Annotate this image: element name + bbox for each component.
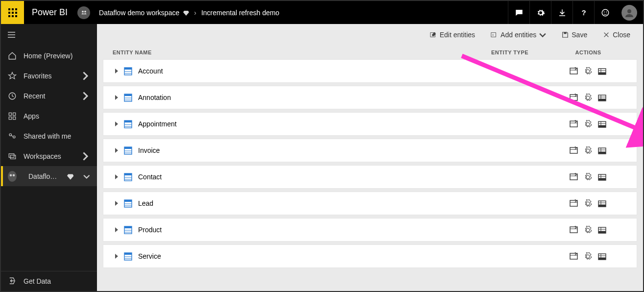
svg-rect-8	[15, 15, 17, 17]
svg-rect-21	[13, 113, 16, 115]
sidebar-toggle[interactable]	[1, 24, 97, 46]
svg-rect-23	[13, 117, 16, 119]
expand-triangle-icon[interactable]	[115, 95, 118, 100]
entity-properties-button[interactable]	[570, 173, 578, 181]
incremental-refresh-button[interactable]	[598, 120, 606, 128]
entity-actions	[549, 120, 627, 128]
entity-row[interactable]: Lead	[103, 192, 637, 215]
entity-settings-button[interactable]	[584, 226, 592, 234]
breadcrumb-workspace[interactable]: Dataflow demo workspace	[77, 6, 189, 19]
sidebar-item-apps[interactable]: Apps	[1, 106, 97, 126]
incremental-refresh-button[interactable]	[598, 252, 606, 261]
incremental-refresh-button[interactable]	[598, 67, 606, 75]
premium-diamond-icon	[183, 10, 189, 16]
breadcrumb-item[interactable]: Incremental refresh demo	[201, 9, 280, 17]
expand-triangle-icon[interactable]	[115, 254, 118, 259]
sidebar-item-favorites[interactable]: Favorites	[1, 66, 97, 86]
svg-rect-22	[9, 117, 11, 119]
expand-triangle-icon[interactable]	[115, 122, 118, 126]
entity-settings-button[interactable]	[584, 146, 592, 155]
workspace-icon	[77, 6, 90, 19]
svg-rect-33	[564, 32, 567, 34]
entity-name-cell: Lead	[113, 199, 470, 208]
close-button[interactable]: Close	[603, 31, 630, 39]
entity-settings-button[interactable]	[584, 120, 592, 128]
entity-properties-button[interactable]	[570, 67, 578, 75]
entity-list: Account Annotation Appointment	[103, 59, 637, 268]
user-avatar[interactable]	[621, 5, 637, 21]
incremental-refresh-button[interactable]	[598, 94, 606, 102]
entity-properties-button[interactable]	[570, 199, 578, 208]
table-icon	[124, 67, 132, 75]
sidebar-item-workspaces[interactable]: Workspaces	[1, 146, 97, 166]
sidebar-item-get-data[interactable]: Get Data	[1, 271, 97, 291]
sidebar-item-home[interactable]: Home (Preview)	[1, 46, 97, 66]
entity-settings-button[interactable]	[584, 252, 592, 261]
entity-settings-button[interactable]	[584, 199, 592, 208]
incremental-refresh-button[interactable]	[598, 199, 606, 208]
table-icon	[124, 252, 132, 261]
svg-rect-7	[12, 15, 14, 17]
expand-triangle-icon[interactable]	[115, 227, 118, 232]
entity-properties-button[interactable]	[570, 120, 578, 128]
settings-button[interactable]	[529, 1, 551, 24]
chevron-down-icon	[83, 172, 90, 181]
download-button[interactable]	[551, 1, 572, 24]
incremental-refresh-button[interactable]	[598, 173, 606, 181]
svg-rect-0	[8, 8, 10, 10]
edit-entities-button[interactable]: Edit entities	[430, 31, 475, 39]
app-launcher-button[interactable]	[1, 1, 24, 24]
entity-row[interactable]: Product	[103, 218, 637, 242]
sidebar-label: Home (Preview)	[24, 52, 72, 60]
entity-row[interactable]: Invoice	[103, 139, 637, 162]
entity-properties-button[interactable]	[570, 252, 578, 261]
svg-rect-43	[598, 73, 606, 74]
incremental-refresh-button[interactable]	[598, 146, 606, 155]
entity-name: Appointment	[138, 120, 177, 128]
clock-icon	[8, 92, 17, 100]
incremental-refresh-button[interactable]	[598, 226, 606, 234]
star-icon	[8, 72, 17, 80]
entity-properties-button[interactable]	[570, 226, 578, 234]
svg-point-25	[13, 136, 16, 138]
entity-properties-button[interactable]	[570, 94, 578, 102]
table-icon	[124, 120, 132, 128]
expand-triangle-icon[interactable]	[115, 201, 118, 206]
svg-rect-76	[598, 152, 606, 154]
expand-triangle-icon[interactable]	[115, 174, 118, 179]
entity-row[interactable]: Annotation	[103, 86, 637, 109]
entity-settings-button[interactable]	[584, 173, 592, 181]
premium-diamond-icon	[67, 172, 74, 181]
toolbar: Edit entities + Add entities Save Close	[103, 24, 637, 46]
workspaces-icon	[8, 152, 17, 161]
entity-settings-button[interactable]	[584, 67, 592, 75]
expand-triangle-icon[interactable]	[115, 69, 118, 73]
svg-rect-35	[124, 68, 132, 70]
entity-row[interactable]: Service	[103, 244, 637, 268]
entity-row[interactable]: Contact	[103, 165, 637, 189]
add-entities-button[interactable]: + Add entities	[491, 31, 546, 39]
topbar-right: ?	[508, 1, 643, 24]
svg-point-14	[606, 11, 607, 12]
entity-name: Invoice	[138, 146, 160, 154]
chevron-right-icon	[81, 152, 90, 161]
entity-name: Annotation	[138, 94, 171, 101]
entity-row[interactable]: Account	[103, 59, 637, 83]
table-icon	[124, 199, 132, 208]
tool-label: Add entities	[501, 31, 536, 39]
entity-row[interactable]: Appointment	[103, 112, 637, 136]
help-button[interactable]: ?	[572, 1, 594, 24]
entity-settings-button[interactable]	[584, 94, 592, 102]
save-button[interactable]: Save	[562, 31, 587, 39]
breadcrumb: Dataflow demo workspace › Incremental re…	[77, 6, 279, 19]
comments-button[interactable]	[508, 1, 529, 24]
entity-actions	[549, 252, 627, 261]
sidebar-item-shared[interactable]: Shared with me	[1, 126, 97, 146]
entity-name-cell: Account	[113, 67, 470, 75]
sidebar-item-current-workspace[interactable]: Dataflow de...	[1, 166, 97, 186]
feedback-button[interactable]	[594, 1, 616, 24]
entity-properties-button[interactable]	[570, 146, 578, 155]
tool-label: Save	[572, 31, 587, 39]
expand-triangle-icon[interactable]	[115, 148, 118, 153]
sidebar-item-recent[interactable]: Recent	[1, 86, 97, 106]
